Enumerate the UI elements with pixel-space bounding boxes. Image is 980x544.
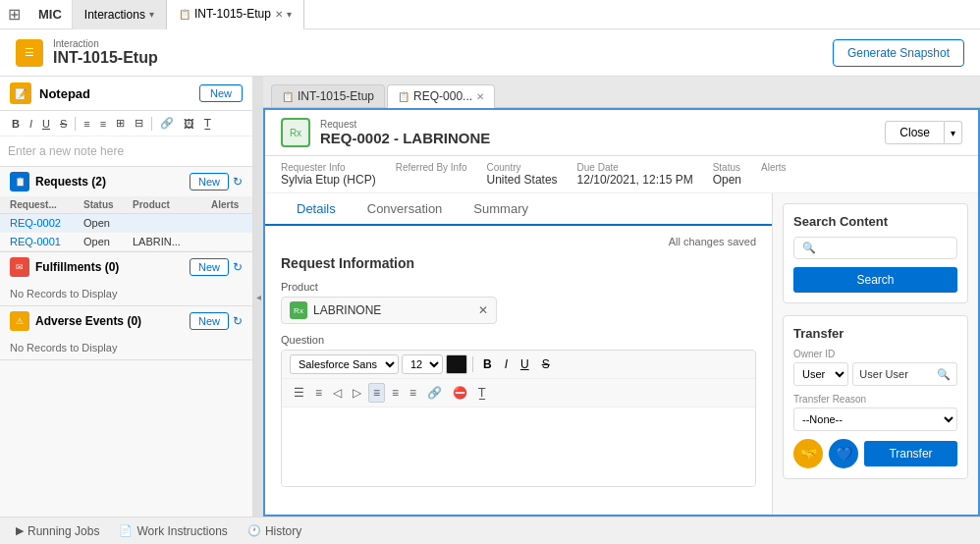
tab-conversation[interactable]: Conversation xyxy=(352,193,459,226)
meta-due-date-label: Due Date xyxy=(577,162,693,173)
notepad-new-button[interactable]: New xyxy=(199,84,243,102)
rte-indent-button[interactable]: ▷ xyxy=(349,384,365,402)
fulfillments-refresh-button[interactable]: ↻ xyxy=(233,260,243,274)
transfer-reason-select[interactable]: --None-- xyxy=(793,408,957,431)
fulfillments-new-button[interactable]: New xyxy=(190,258,229,276)
meta-requester-label: Requester Info xyxy=(281,162,376,173)
sub-tab-req[interactable]: 📋 REQ-000... ✕ xyxy=(387,84,495,108)
sub-tab-req-label: REQ-000... xyxy=(413,89,472,103)
running-jobs-item[interactable]: ▶ Running Jobs xyxy=(16,524,99,538)
rte-strikethrough-button[interactable]: S xyxy=(537,355,555,373)
tab-int1015-dropdown[interactable]: ▾ xyxy=(287,9,292,20)
grid-icon[interactable]: ⊞ xyxy=(0,5,28,24)
italic-button[interactable]: I xyxy=(26,116,36,132)
adverse-events-new-button[interactable]: New xyxy=(190,312,229,330)
rte-align-left-button[interactable]: ≡ xyxy=(368,383,385,403)
sub-tab-req-close[interactable]: ✕ xyxy=(476,91,484,102)
panel-collapse-handle[interactable]: ◂ xyxy=(253,77,263,517)
tab-summary[interactable]: Summary xyxy=(458,193,544,226)
product-clear-button[interactable]: ✕ xyxy=(478,303,488,317)
requests-new-button[interactable]: New xyxy=(190,173,229,190)
fulfillments-icon: ✉ xyxy=(10,257,29,277)
question-label: Question xyxy=(281,334,756,346)
request-title-wrap: Request REQ-0002 - LABRINONE xyxy=(320,119,490,146)
clear-format-button[interactable]: T̲ xyxy=(200,115,215,132)
rte-remove-link-button[interactable]: ⛔ xyxy=(449,384,471,402)
transfer-reason-field: Transfer Reason --None-- xyxy=(793,394,957,431)
align-left-button[interactable]: ≡ xyxy=(80,116,93,132)
generate-snapshot-button[interactable]: Generate Snapshot xyxy=(833,39,964,67)
close-dropdown-button[interactable]: ▾ xyxy=(945,121,962,144)
font-size-select[interactable]: 12 xyxy=(402,354,443,374)
rte-align-center-button[interactable]: ≡ xyxy=(388,384,403,402)
tab-interactions-label: Interactions xyxy=(84,8,145,22)
font-color-button[interactable] xyxy=(446,354,467,374)
request-panel: Rx Request REQ-0002 - LABRINONE Close ▾ … xyxy=(263,108,980,517)
tab-int1015[interactable]: 📋 INT-1015-Etup ✕ ▾ xyxy=(167,0,304,29)
table-button[interactable]: ⊟ xyxy=(131,115,147,132)
request-icon: Rx xyxy=(281,118,310,147)
table-row[interactable]: REQ-0001 Open LABRIN... xyxy=(0,233,252,251)
owner-value-input-wrap: User User 🔍 xyxy=(852,362,957,386)
work-instructions-item[interactable]: 📄 Work Instructions xyxy=(119,524,227,538)
owner-search-icon[interactable]: 🔍 xyxy=(937,368,951,381)
sub-tab-int-icon: 📋 xyxy=(282,91,294,102)
notepad-area[interactable]: Enter a new note here xyxy=(0,136,252,166)
rte-toolbar-1: Salesforce Sans 12 B I U xyxy=(282,351,755,379)
header-icon: ☰ xyxy=(16,39,43,67)
tab-interactions[interactable]: Interactions ▾ xyxy=(73,0,167,29)
requests-table-header: Request... Status Product Alerts xyxy=(0,196,252,214)
question-field-wrap: Question Salesforce Sans 12 xyxy=(281,334,756,487)
content-main: Details Conversation Summary All changes… xyxy=(265,193,772,515)
history-item[interactable]: 🕐 History xyxy=(247,524,301,538)
rte-italic-button[interactable]: I xyxy=(500,355,513,373)
request-meta: Requester Info Sylvia Etup (HCP) Referre… xyxy=(265,156,978,193)
underline-button[interactable]: U xyxy=(38,116,54,132)
tab-details[interactable]: Details xyxy=(281,193,352,226)
fulfillments-section: ✉ Fulfillments (0) New ↻ No Records to D… xyxy=(0,252,252,306)
product-icon: Rx xyxy=(290,301,307,319)
bold-button[interactable]: B xyxy=(8,116,24,132)
search-input[interactable] xyxy=(820,243,955,254)
work-instructions-label: Work Instructions xyxy=(136,524,227,538)
image-button[interactable]: 🖼 xyxy=(180,116,198,132)
request-header-actions: Close ▾ xyxy=(885,121,962,144)
link-button[interactable]: 🔗 xyxy=(156,115,178,132)
notepad-toolbar: B I U S ≡ ≡ ⊞ ⊟ 🔗 🖼 T̲ xyxy=(0,111,252,136)
font-family-select[interactable]: Salesforce Sans xyxy=(290,354,399,374)
rte-outdent-button[interactable]: ◁ xyxy=(329,384,346,402)
close-button[interactable]: Close xyxy=(885,121,945,144)
rte-content-area[interactable] xyxy=(282,408,755,486)
transfer-action-1-button[interactable]: 🤝 xyxy=(793,439,823,468)
requests-title: Requests (2) xyxy=(35,175,190,189)
transfer-title: Transfer xyxy=(793,326,957,341)
ordered-list-button[interactable]: ≡ xyxy=(96,116,110,132)
table-row[interactable]: REQ-0002 Open xyxy=(0,214,252,233)
adverse-events-refresh-button[interactable]: ↻ xyxy=(233,314,243,328)
rte-bold-button[interactable]: B xyxy=(478,355,497,373)
rte-ordered-list-button[interactable]: ≡ xyxy=(311,384,326,402)
transfer-action-2-button[interactable]: 💙 xyxy=(829,439,858,468)
rte-align-right-button[interactable]: ≡ xyxy=(406,384,420,402)
transfer-button[interactable]: Transfer xyxy=(864,441,957,466)
owner-type-select[interactable]: User xyxy=(793,362,848,386)
sub-tab-int[interactable]: 📋 INT-1015-Etup xyxy=(271,84,385,107)
running-jobs-icon: ▶ xyxy=(16,524,24,537)
product-field-wrap: Product Rx LABRINONE ✕ xyxy=(281,281,756,324)
rte-clear-button[interactable]: T̲ xyxy=(474,384,489,402)
notepad-title: Notepad xyxy=(39,86,199,101)
details-body: All changes saved Request Information Pr… xyxy=(265,226,772,515)
indent-button[interactable]: ⊞ xyxy=(112,115,129,132)
product-value-field: Rx LABRINONE ✕ xyxy=(281,297,497,324)
search-content-section: Search Content 🔍 Search xyxy=(783,203,968,303)
history-label: History xyxy=(265,524,301,538)
rte-underline-button[interactable]: U xyxy=(516,355,534,373)
search-button[interactable]: Search xyxy=(793,267,957,293)
rte-unordered-list-button[interactable]: ☰ xyxy=(290,384,308,402)
tab-int1015-icon: 📋 xyxy=(179,9,191,20)
tab-int1015-close[interactable]: ✕ xyxy=(275,9,283,20)
strikethrough-button[interactable]: S xyxy=(56,116,71,132)
tab-interactions-dropdown[interactable]: ▾ xyxy=(149,9,154,20)
requests-refresh-button[interactable]: ↻ xyxy=(233,175,243,189)
rte-link-button[interactable]: 🔗 xyxy=(423,384,446,402)
